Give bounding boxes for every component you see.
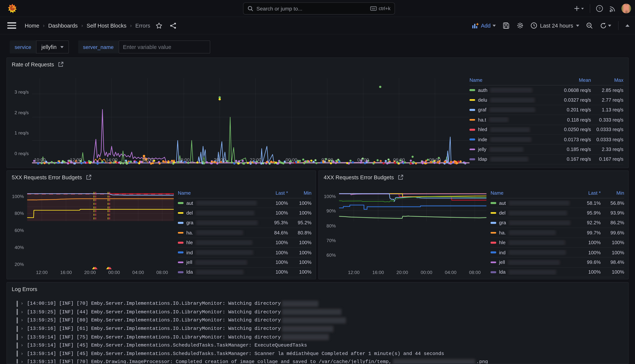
legend-header-last[interactable]: Last * (574, 190, 601, 196)
expand-log-icon[interactable]: › (21, 351, 23, 356)
legend-row[interactable]: lda100%100% (178, 268, 311, 277)
log-row[interactable]: ›[13:59:14] [INF] [75] Emby.Server.Imple… (17, 333, 622, 341)
legend-row[interactable]: ha.t0.118 req/s0.333 req/s (469, 115, 623, 125)
rate-legend: NameMeanMaxauth0.0608 req/s2.85 req/sdel… (469, 75, 623, 164)
series-name: jelly (478, 147, 486, 152)
legend-header-name[interactable]: Name (178, 190, 261, 196)
expand-log-icon[interactable]: › (21, 326, 23, 331)
legend-header-mean[interactable]: Mean (552, 77, 591, 83)
external-link-icon[interactable] (58, 62, 64, 67)
expand-log-icon[interactable]: › (21, 310, 23, 314)
breadcrumb-item[interactable]: Dashboards (48, 22, 78, 28)
legend-row[interactable]: gra95.3%95.2% (178, 218, 311, 228)
keyboard-icon (370, 6, 377, 11)
series-name: jell (186, 260, 192, 265)
redacted-series-name (509, 220, 570, 226)
variable-service-select[interactable]: jellyfin (36, 40, 69, 54)
variable-server-name-input[interactable] (119, 40, 210, 54)
log-row[interactable]: ›[13:59:16] [INF] [61] Emby.Server.Imple… (17, 324, 622, 333)
breadcrumb-item[interactable]: Home (25, 22, 40, 28)
legend-row[interactable]: del100%100% (178, 208, 311, 218)
collapse-toolbar-icon[interactable] (625, 24, 629, 27)
legend-row[interactable]: graf0.201 req/s1.13 req/s (469, 105, 623, 115)
legend-header-name[interactable]: Name (490, 190, 574, 196)
expand-log-icon[interactable]: › (21, 335, 23, 340)
legend-row[interactable]: ldap0.167 req/s0.167 req/s (469, 154, 623, 164)
search-icon (248, 6, 253, 11)
legend-row[interactable]: ind100%100% (490, 248, 624, 258)
avatar[interactable] (621, 4, 631, 13)
refresh-button[interactable] (600, 22, 611, 29)
err4xx-legend: NameLast *Minaut58.1%56.8%del95.9%93.9%g… (490, 188, 624, 277)
legend-row[interactable]: hle100%100% (490, 238, 624, 248)
series-color-swatch (469, 99, 475, 101)
star-icon[interactable] (156, 22, 163, 29)
panel-header[interactable]: Rate of Requests (7, 58, 628, 71)
new-button[interactable] (574, 6, 584, 11)
log-row[interactable]: ›[13:59:25] [INF] [80] Emby.Server.Imple… (17, 316, 622, 324)
log-row[interactable]: ›[13:59:14] [INF] [45] Emby.Server.Imple… (17, 341, 622, 350)
err5xx-chart[interactable]: 100%80%60%40%20%12:0016:0020:0000:0004:0… (27, 192, 174, 268)
annotation-marker[interactable] (108, 267, 112, 269)
err4xx-chart[interactable]: 100%90%80%70%60%12:0016:0020:0000:0004:0… (339, 192, 487, 268)
grafana-logo[interactable] (7, 3, 18, 14)
log-row[interactable]: ›[13:59:13] [INF] [70] Emby.Drawing.Imag… (17, 358, 622, 364)
log-row[interactable]: ›[13:59:14] [INF] [45] Emby.Server.Imple… (17, 350, 622, 358)
external-link-icon[interactable] (398, 174, 404, 180)
legend-row[interactable]: lda100%100% (490, 268, 624, 277)
add-button[interactable]: Add (472, 22, 496, 28)
menu-button[interactable] (7, 22, 16, 28)
top-nav: Search or jump to... ctrl+k ? (0, 0, 635, 17)
panel-header[interactable]: Log Errors (7, 282, 628, 296)
gear-icon[interactable] (517, 22, 524, 29)
help-button[interactable]: ? (596, 5, 603, 12)
log-level-bar (17, 342, 18, 348)
legend-row[interactable]: hled0.0250 req/s0.0333 req/s (469, 125, 623, 135)
log-message: [13:59:14] [INF] [75] Emby.Server.Implem… (27, 334, 281, 340)
expand-log-icon[interactable]: › (21, 318, 23, 323)
legend-header-last[interactable]: Last * (261, 190, 288, 196)
share-icon[interactable] (170, 22, 177, 29)
legend-row[interactable]: ha.84.6%80.8% (178, 228, 311, 238)
breadcrumb-item[interactable]: Self Host Blocks (87, 22, 127, 28)
log-row[interactable]: ›[13:59:25] [INF] [44] Emby.Server.Imple… (17, 308, 622, 316)
legend-header-min[interactable]: Min (601, 190, 624, 196)
save-icon[interactable] (503, 22, 510, 29)
external-link-icon[interactable] (86, 174, 92, 180)
redacted-series-name (509, 200, 569, 206)
panel-header[interactable]: 5XX Requests Error Budgets (7, 171, 316, 184)
news-button[interactable] (609, 5, 616, 12)
expand-log-icon[interactable]: › (21, 343, 23, 348)
legend-row[interactable]: inde0.0173 req/s0.0333 req/s (469, 135, 623, 145)
legend-row[interactable]: aut100%100% (178, 198, 311, 208)
time-range-picker[interactable]: Last 24 hours (531, 22, 579, 29)
legend-row[interactable]: ha.99.7%99.6% (490, 228, 624, 238)
series-color-swatch (469, 109, 475, 111)
log-row[interactable]: ›[14:00:10] [INF] [70] Emby.Server.Imple… (17, 300, 622, 308)
legend-row[interactable]: jell100%100% (178, 258, 311, 268)
legend-header-name[interactable]: Name (469, 77, 553, 83)
legend-row[interactable]: gra92.2%86.2% (490, 218, 624, 228)
legend-row[interactable]: hle100%100% (178, 238, 311, 248)
panel-header[interactable]: 4XX Requests Error Budgets (319, 171, 628, 184)
breadcrumb-item[interactable]: Errors (135, 22, 150, 28)
x-axis-tick: 02:00 (321, 158, 333, 162)
expand-log-icon[interactable]: › (21, 360, 23, 364)
expand-log-icon[interactable]: › (21, 301, 23, 306)
legend-row[interactable]: jelly0.185 req/s2.33 req/s (469, 144, 623, 154)
legend-header-min[interactable]: Min (288, 190, 311, 196)
legend-row[interactable]: aut58.1%56.8% (490, 198, 624, 208)
legend-value: 0.118 req/s (552, 117, 591, 123)
annotation-marker[interactable] (94, 267, 98, 269)
legend-row[interactable]: del95.9%93.9% (490, 208, 624, 218)
legend-row[interactable]: jell99.6%98.4% (490, 258, 624, 268)
search-input[interactable]: Search or jump to... ctrl+k (243, 2, 395, 15)
legend-value: 100% (288, 269, 311, 275)
rate-chart[interactable]: 3 req/s2 req/s1 req/s0 req/s10:0012:0014… (32, 78, 469, 155)
legend-row[interactable]: delu0.0327 req/s2.77 req/s (469, 95, 623, 105)
legend-row[interactable]: ind100%100% (178, 248, 311, 258)
legend-header-max[interactable]: Max (591, 77, 623, 83)
zoom-out-icon[interactable] (586, 22, 593, 29)
redacted-series-name (490, 127, 530, 132)
legend-row[interactable]: auth0.0608 req/s2.85 req/s (469, 85, 623, 95)
